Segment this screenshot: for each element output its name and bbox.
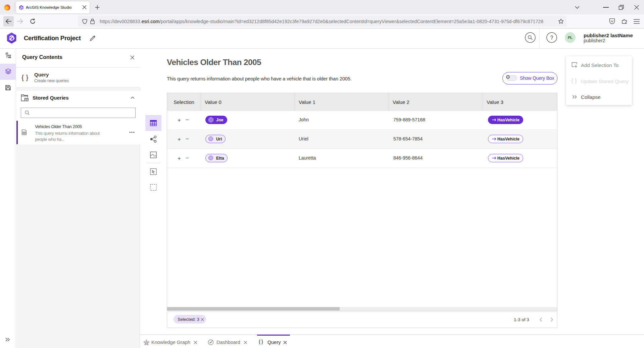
svg-text:?: ? (550, 35, 553, 41)
